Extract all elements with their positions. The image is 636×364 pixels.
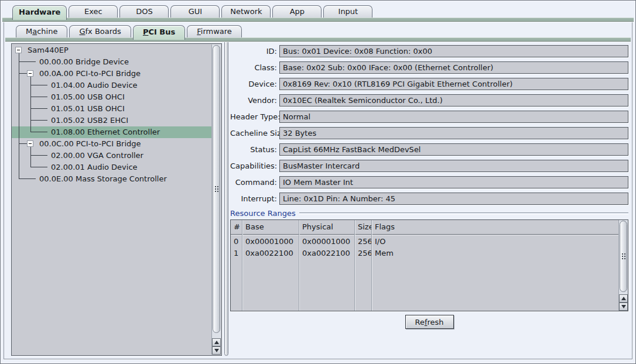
pci-bus-page-top-edge (5, 37, 631, 42)
field-value-command: IO Mem Master Int (279, 176, 628, 188)
field-label-interrupt: Interrupt: (230, 193, 277, 205)
field-row-header-type: Header Type:Normal (230, 111, 628, 123)
tree-expander-minus-icon[interactable] (27, 70, 33, 77)
rr-cell-num: 1 (231, 248, 242, 259)
field-label-header-type: Header Type: (230, 111, 277, 123)
tree-scrollbar-thumb[interactable] (213, 45, 220, 333)
column-separator (354, 220, 355, 311)
field-value-vendor: 0x10EC (Realtek Semiconductor Co., Ltd.) (279, 94, 628, 107)
tree-item-label: Sam440EP (28, 44, 69, 56)
table-scrollbar-thumb[interactable] (620, 221, 627, 292)
tab-hardware[interactable]: Hardware (12, 5, 67, 20)
resource-ranges-table-content: #BasePhysicalSizeFlags 00x000010000x0000… (231, 220, 618, 311)
tree-line (19, 80, 19, 91)
rr-header-size[interactable]: Size (354, 220, 371, 234)
tree-line (30, 97, 47, 97)
tree-item-00-0a-00-pci-to-pci-bridge[interactable]: 00.0A.00 PCI-to-PCI Bridge (12, 68, 211, 80)
arrow-up-icon (621, 297, 626, 300)
rr-header-flags[interactable]: Flags (371, 220, 618, 234)
resource-ranges-table: #BasePhysicalSizeFlags 00x000010000x0000… (230, 219, 628, 311)
rr-cell-physical: 0x00001000 (299, 236, 354, 248)
pci-device-tree-panel: Sam440EP00.00.00 Bridge Device00.0A.00 P… (11, 43, 222, 356)
tree-item-02-00-01-audio-device[interactable]: 02.00.01 Audio Device (12, 162, 211, 173)
rr-header-base[interactable]: Base (242, 220, 299, 234)
tree-item-label: 00.00.00 Bridge Device (39, 56, 129, 68)
tab-network[interactable]: Network (221, 5, 271, 18)
column-separator (242, 220, 242, 311)
field-row-cacheline-size: Cacheline Size:32 Bytes (230, 127, 628, 139)
tree-item-label: 02.00.00 VGA Controller (51, 150, 143, 162)
tree-item-01-05-00-usb-ohci[interactable]: 01.05.00 USB OHCI (12, 91, 211, 103)
tree-item-01-08-00-ethernet-controller[interactable]: 01.08.00 Ethernet Controller (12, 126, 211, 138)
column-separator (299, 220, 299, 311)
splitter-handle[interactable] (224, 40, 228, 356)
field-value-class: Base: 0x02 Sub: 0x00 IFace: 0x00 (Ethern… (279, 61, 628, 74)
tree-line (19, 62, 19, 68)
field-value-capabilities: BusMaster Intercard (279, 160, 628, 172)
tab-exec[interactable]: Exec (69, 5, 118, 18)
tab-input[interactable]: Input (323, 5, 372, 18)
rr-header-physical[interactable]: Physical (299, 220, 354, 234)
tree-line (19, 61, 36, 62)
resource-range-row[interactable]: 10xa00221000xa0022100256Mem (231, 248, 618, 259)
tree-item-01-05-02-usb2-ehci[interactable]: 01.05.02 USB2 EHCI (12, 115, 211, 126)
tree-line (19, 115, 19, 126)
tree-item-label: 02.00.01 Audio Device (51, 162, 138, 173)
resource-range-row[interactable]: 00x000010000x00001000256I/O (231, 236, 618, 248)
tab-app[interactable]: App (272, 5, 322, 18)
tree-item-label: 00.0E.00 Mass Storage Controller (39, 173, 167, 185)
table-scrollbar[interactable] (618, 220, 628, 311)
tree-item-00-00-00-bridge-device[interactable]: 00.00.00 Bridge Device (12, 56, 211, 68)
tree-item-01-04-00-audio-device[interactable]: 01.04.00 Audio Device (12, 80, 211, 91)
field-row-command: Command:IO Mem Master Int (230, 176, 628, 188)
subtab-machine[interactable]: Machine (16, 25, 67, 37)
table-scroll-up-button[interactable] (619, 294, 628, 303)
tree-item-00-0e-00-mass-storage-controller[interactable]: 00.0E.00 Mass Storage Controller (12, 173, 211, 185)
tree-item-02-00-00-vga-controller[interactable]: 02.00.00 VGA Controller (12, 150, 211, 162)
tree-scroll-up-button[interactable] (212, 338, 221, 346)
resource-ranges-section: Resource Ranges (230, 209, 628, 218)
field-row-capabilities: Capabilities:BusMaster Intercard (230, 160, 628, 172)
arrow-up-icon (214, 341, 219, 344)
field-label-class: Class: (230, 61, 277, 74)
tree-expander-minus-icon[interactable] (27, 140, 33, 147)
subtab-pci-bus[interactable]: PCI Bus (133, 25, 185, 40)
tree-item-01-05-01-usb-ohci[interactable]: 01.05.01 USB OHCI (12, 103, 211, 115)
tree-item-label: 00.0A.00 PCI-to-PCI Bridge (39, 68, 141, 80)
tree-line (30, 85, 31, 91)
tree-line (19, 178, 36, 179)
refresh-button[interactable]: Refresh (405, 315, 454, 329)
tree-line (30, 97, 31, 103)
field-row-interrupt: Interrupt:Line: 0x1D Pin: A Number: 45 (230, 193, 628, 205)
arrow-down-icon (621, 305, 626, 308)
tree-line (30, 156, 31, 162)
tree-line (30, 121, 31, 126)
tree-line (30, 109, 31, 115)
field-value-cacheline-size: 32 Bytes (279, 127, 628, 139)
subtab-gfx-boards[interactable]: Gfx Boards (69, 25, 131, 37)
resource-ranges-title: Resource Ranges (230, 209, 296, 218)
hardware-tab-bar: MachineGfx BoardsPCI BusFirmware (16, 23, 242, 37)
column-separator (371, 220, 372, 311)
field-row-class: Class:Base: 0x02 Sub: 0x00 IFace: 0x00 (… (230, 61, 628, 74)
subtab-firmware[interactable]: Firmware (187, 25, 242, 37)
field-label-vendor: Vendor: (230, 94, 277, 107)
tree-line (19, 73, 27, 74)
rr-cell-base: 0xa0022100 (242, 248, 299, 259)
tree-item-00-0c-00-pci-to-pci-bridge[interactable]: 00.0C.00 PCI-to-PCI Bridge (12, 138, 211, 150)
tree-expander-minus-icon[interactable] (15, 47, 22, 53)
tree-scrollbar[interactable] (211, 44, 221, 355)
field-label-id: ID: (230, 45, 277, 57)
field-label-capabilities: Capabilities: (230, 160, 277, 172)
tree-line (30, 120, 47, 121)
tree-scroll-down-button[interactable] (212, 346, 221, 355)
tree-item-label: 01.05.02 USB2 EHCI (51, 115, 128, 126)
tree-line (19, 74, 19, 80)
tree-item-sam440ep[interactable]: Sam440EP (12, 44, 211, 56)
tree-item-label: 01.08.00 Ethernet Controller (51, 126, 160, 138)
field-label-cacheline-size: Cacheline Size: (230, 127, 277, 139)
tab-dos[interactable]: DOS (119, 5, 169, 18)
rr-header-num[interactable]: # (231, 220, 242, 234)
tab-gui[interactable]: GUI (170, 5, 220, 18)
table-scroll-down-button[interactable] (619, 303, 628, 311)
